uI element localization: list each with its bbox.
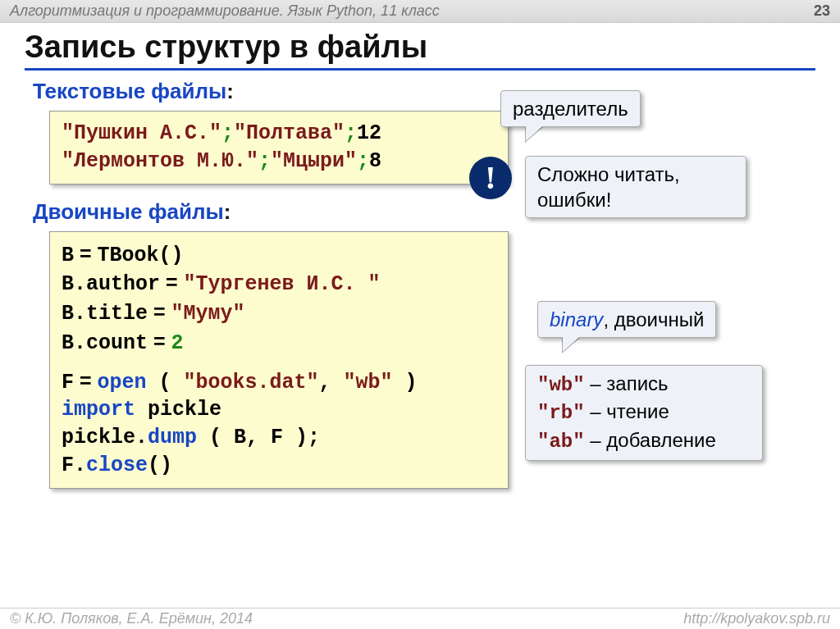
callout-binary: binary, двоичный: [537, 301, 716, 338]
text-files-label: Текстовые файлы:: [33, 79, 815, 104]
footer-authors: © К.Ю. Поляков, Е.А. Ерёмин, 2014: [10, 610, 253, 627]
header-bar: Алгоритмизация и программирование. Язык …: [0, 0, 840, 23]
callout-file-modes: "wb" – запись "rb" – чтение "ab" – добав…: [525, 365, 763, 461]
footer-url: http://kpolyakov.spb.ru: [683, 610, 830, 627]
page-number: 23: [814, 2, 830, 20]
callout-hard-to-read: Сложно читать, ошибки!: [525, 156, 746, 218]
warning-icon: !: [469, 157, 512, 199]
page-title: Запись структур в файлы: [25, 30, 815, 71]
binary-file-example: B = TBook() B.author = "Тургенев И.С. " …: [49, 231, 509, 489]
callout-delimiter: разделитель: [500, 90, 641, 127]
footer-bar: © К.Ю. Поляков, Е.А. Ерёмин, 2014 http:/…: [0, 608, 840, 629]
text-file-example: "Пушкин А.С.";"Полтава";12 "Лермонтов М.…: [49, 111, 509, 185]
course-title: Алгоритмизация и программирование. Язык …: [10, 2, 440, 20]
